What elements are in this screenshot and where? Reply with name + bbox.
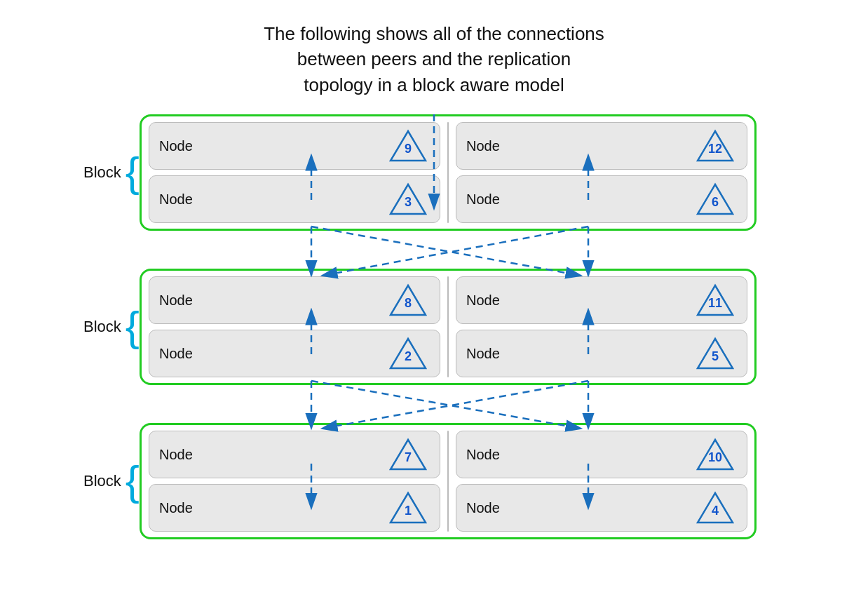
block-label-bottom: Block <box>83 472 121 490</box>
triangle-node-8: 8 <box>389 283 427 318</box>
column-divider-mid <box>447 276 449 377</box>
block-label-area-top: Block { <box>83 151 140 194</box>
node-label: Node <box>159 191 193 208</box>
column-divider-bot <box>447 431 449 532</box>
triangle-node-7: 7 <box>389 437 427 472</box>
node-row-mid-3: Node 11 <box>456 276 747 324</box>
brace-top: { <box>126 151 140 194</box>
block-box-top: Node 9 Node 3 <box>140 114 757 231</box>
node-label: Node <box>466 447 500 463</box>
triangle-node-4: 4 <box>696 490 734 525</box>
node-row-bot-2: Node 1 <box>149 484 440 532</box>
node-row-top-2: Node 3 <box>149 175 440 223</box>
node-label: Node <box>159 447 193 463</box>
node-column-top-right: Node 12 Node 6 <box>456 122 747 223</box>
block-label-middle: Block <box>83 318 121 336</box>
triangle-node-3: 3 <box>389 182 427 217</box>
block-row-top: Block { Node 9 Node <box>140 114 785 231</box>
triangle-node-1: 1 <box>389 490 427 525</box>
node-label: Node <box>159 346 193 362</box>
node-column-bot-right: Node 10 Node 4 <box>456 431 747 532</box>
node-column-bot-left: Node 7 Node 1 <box>149 431 440 532</box>
diagram-area: Block { Node 9 Node <box>83 114 785 598</box>
block-box-bottom: Node 7 Node 1 <box>140 423 757 539</box>
triangle-node-12: 12 <box>696 128 734 163</box>
block-label-area-middle: Block { <box>83 306 140 348</box>
triangle-node-5: 5 <box>696 336 734 371</box>
block-row-bottom: Block { Node 7 Node <box>140 423 785 539</box>
block-row-middle: Block { Node 8 Node <box>140 269 785 385</box>
block-label-area-bottom: Block { <box>83 460 140 502</box>
node-row-mid-1: Node 8 <box>149 276 440 324</box>
main-container: The following shows all of the connectio… <box>0 0 868 598</box>
svg-line-25 <box>311 381 581 429</box>
node-row-bot-3: Node 10 <box>456 431 747 478</box>
node-label: Node <box>466 191 500 208</box>
node-row-mid-2: Node 2 <box>149 330 440 377</box>
column-divider-top <box>447 122 449 223</box>
node-column-mid-left: Node 8 Node 2 <box>149 276 440 377</box>
svg-line-26 <box>322 381 588 429</box>
brace-bottom: { <box>126 460 140 502</box>
brace-middle: { <box>126 306 140 348</box>
node-label: Node <box>466 346 500 362</box>
node-column-top-left: Node 9 Node 3 <box>149 122 440 223</box>
node-label: Node <box>466 500 500 516</box>
node-row-top-4: Node 6 <box>456 175 747 223</box>
triangle-node-10: 10 <box>696 437 734 472</box>
node-label: Node <box>159 500 193 516</box>
block-label-top: Block <box>83 163 121 182</box>
node-label: Node <box>159 292 193 309</box>
triangle-node-9: 9 <box>389 128 427 163</box>
triangle-node-6: 6 <box>696 182 734 217</box>
triangle-node-11: 11 <box>696 283 734 318</box>
node-label: Node <box>466 138 500 154</box>
node-row-bot-1: Node 7 <box>149 431 440 478</box>
node-label: Node <box>466 292 500 309</box>
node-label: Node <box>159 138 193 154</box>
node-column-mid-right: Node 11 Node 5 <box>456 276 747 377</box>
node-row-mid-4: Node 5 <box>456 330 747 377</box>
node-row-bot-4: Node 4 <box>456 484 747 532</box>
title-text: The following shows all of the connectio… <box>264 21 604 97</box>
node-row-top-1: Node 9 <box>149 122 440 170</box>
node-row-top-3: Node 12 <box>456 122 747 170</box>
block-box-middle: Node 8 Node 2 <box>140 269 757 385</box>
triangle-node-2: 2 <box>389 336 427 371</box>
